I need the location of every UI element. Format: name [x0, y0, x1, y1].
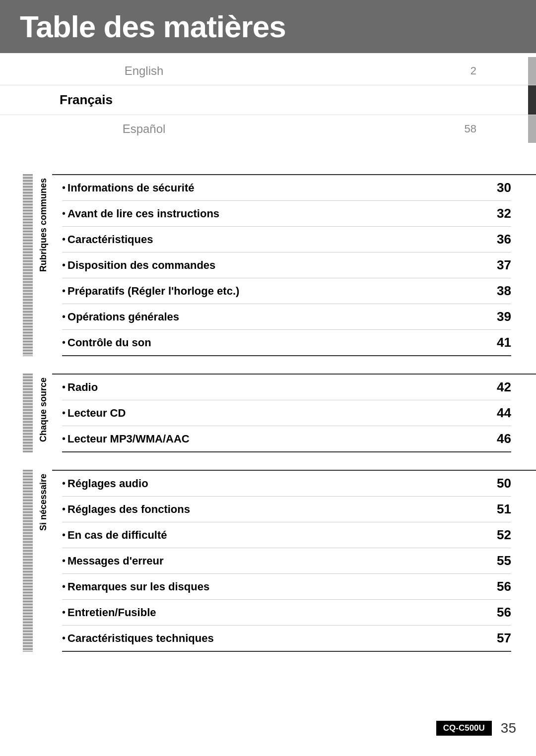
toc-entry-page: 50 — [497, 476, 511, 491]
lang-english: English — [79, 64, 208, 78]
toc-entry-page: 57 — [497, 630, 511, 646]
entries-rubriques: • Informations de sécurité 30 • Avant de… — [52, 174, 536, 356]
toc-entry-page: 52 — [497, 527, 511, 543]
toc-entry-page: 37 — [497, 257, 511, 273]
bullet: • — [62, 381, 66, 393]
toc-entry-text: Opérations générales — [67, 311, 497, 323]
section-rubriques-communes: Rubriques communes • Informations de séc… — [0, 174, 536, 356]
page-title: Table des matières — [20, 9, 516, 44]
toc-entry-text: Caractéristiques techniques — [67, 632, 497, 645]
bullet: • — [62, 407, 66, 419]
bullet: • — [62, 478, 66, 489]
sidebar-deco-sinecessaire — [23, 470, 33, 652]
toc-entry: • Opérations générales 39 — [62, 304, 511, 330]
toc-entry-page: 42 — [497, 379, 511, 395]
toc-entry-text: Messages d'erreur — [67, 555, 497, 567]
lang-espanol: Español — [79, 122, 208, 136]
bullet: • — [62, 208, 66, 219]
toc-entry-page: 55 — [497, 553, 511, 568]
toc-entry: • Messages d'erreur 55 — [62, 548, 511, 574]
toc-entry-text: Remarques sur les disques — [67, 580, 497, 593]
bullet: • — [62, 337, 66, 348]
footer-model: CQ-C500U — [436, 721, 492, 736]
header-bar: Table des matières — [0, 0, 536, 53]
toc-entry-page: 56 — [497, 605, 511, 620]
toc-entry: • Réglages audio 50 — [62, 471, 511, 497]
bullet: • — [62, 555, 66, 567]
bullet: • — [62, 311, 66, 322]
bullet: • — [62, 433, 66, 444]
sidebar-chaque: Chaque source — [20, 374, 52, 452]
lang-francais-indicator — [528, 85, 536, 115]
bullet: • — [62, 234, 66, 245]
footer: CQ-C500U 35 — [436, 720, 516, 736]
sidebar-label-chaque: Chaque source — [38, 374, 49, 446]
toc-entry-page: 30 — [497, 180, 511, 195]
toc-entry-text: Radio — [67, 381, 497, 394]
toc-entry-text: Informations de sécurité — [67, 182, 497, 194]
sidebar-rubriques: Rubriques communes — [20, 174, 52, 356]
toc-entry: • Lecteur CD 44 — [62, 400, 511, 426]
entries-chaque: • Radio 42 • Lecteur CD 44 • Lecteur MP3… — [52, 374, 536, 452]
toc-entry: • Réglages des fonctions 51 — [62, 497, 511, 522]
lang-francais: Français — [60, 92, 113, 108]
toc-entry-text: Avant de lire ces instructions — [67, 207, 497, 220]
bullet: • — [62, 182, 66, 193]
toc-entry-page: 32 — [497, 206, 511, 221]
bullet: • — [62, 581, 66, 592]
toc-entry: • Lecteur MP3/WMA/AAC 46 — [62, 426, 511, 452]
toc-entry: • Caractéristiques techniques 57 — [62, 626, 511, 652]
toc-entry-text: Caractéristiques — [67, 233, 497, 246]
toc-entry: • Entretien/Fusible 56 — [62, 600, 511, 626]
bullet: • — [62, 259, 66, 271]
toc-entry-text: Réglages des fonctions — [67, 503, 497, 516]
footer-page: 35 — [501, 720, 516, 736]
bullet: • — [62, 632, 66, 644]
section-si-necessaire: Si nécessaire • Réglages audio 50 • Régl… — [0, 470, 536, 652]
toc-entry-page: 56 — [497, 579, 511, 594]
toc-entry: • Caractéristiques 36 — [62, 227, 511, 252]
sidebar-label-rubriques: Rubriques communes — [38, 174, 49, 276]
toc-entry-text: En cas de difficulté — [67, 529, 497, 542]
sidebar-deco-rubriques — [23, 174, 33, 356]
toc-entry-page: 39 — [497, 309, 511, 324]
sidebar-label-sinecessaire: Si nécessaire — [38, 470, 49, 535]
entries-sinecessaire: • Réglages audio 50 • Réglages des fonct… — [52, 470, 536, 652]
toc-entry: • Radio 42 — [62, 375, 511, 400]
toc-entry-page: 36 — [497, 232, 511, 247]
toc-entry-text: Préparatifs (Régler l'horloge etc.) — [67, 285, 497, 298]
section-chaque-source: Chaque source • Radio 42 • Lecteur CD 44… — [0, 374, 536, 452]
sidebar-sinecessaire: Si nécessaire — [20, 470, 52, 652]
toc-entry: • Avant de lire ces instructions 32 — [62, 201, 511, 227]
toc-entry-page: 38 — [497, 283, 511, 299]
bullet: • — [62, 504, 66, 515]
toc-entry-page: 41 — [497, 335, 511, 350]
bullet: • — [62, 529, 66, 541]
toc-entry-text: Réglages audio — [67, 477, 497, 490]
toc-entry-page: 51 — [497, 502, 511, 517]
toc-entry-text: Lecteur MP3/WMA/AAC — [67, 433, 497, 445]
lang-english-indicator — [528, 57, 536, 85]
toc-entry: • Remarques sur les disques 56 — [62, 574, 511, 600]
lang-espanol-indicator — [528, 115, 536, 143]
toc-entry-text: Contrôle du son — [67, 336, 497, 349]
sidebar-deco-chaque — [23, 374, 33, 452]
toc-entry-page: 46 — [497, 431, 511, 446]
toc-entry-text: Entretien/Fusible — [67, 606, 497, 619]
toc-entry: • En cas de difficulté 52 — [62, 522, 511, 548]
bullet: • — [62, 285, 66, 297]
toc-entry: • Informations de sécurité 30 — [62, 175, 511, 201]
toc-entry: • Contrôle du son 41 — [62, 330, 511, 356]
toc-entry: • Préparatifs (Régler l'horloge etc.) 38 — [62, 278, 511, 304]
toc-entry: • Disposition des commandes 37 — [62, 252, 511, 278]
toc-entry-page: 44 — [497, 405, 511, 421]
lang-espanol-page: 58 — [465, 123, 476, 135]
toc-entry-text: Lecteur CD — [67, 407, 497, 420]
bullet: • — [62, 607, 66, 618]
lang-english-page: 2 — [470, 64, 476, 77]
toc-entry-text: Disposition des commandes — [67, 259, 497, 272]
